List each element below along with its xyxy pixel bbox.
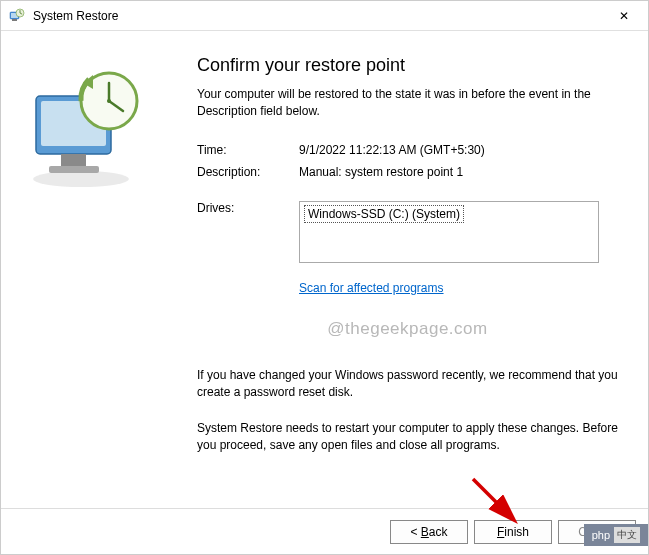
drives-label: Drives: <box>197 201 299 215</box>
watermark-text: @thegeekpage.com <box>197 319 618 339</box>
description-row: Description: Manual: system restore poin… <box>197 165 618 179</box>
page-heading: Confirm your restore point <box>197 55 618 76</box>
close-button[interactable]: ✕ <box>601 2 646 30</box>
titlebar: System Restore ✕ <box>1 1 648 31</box>
drives-row: Drives: Windows-SSD (C:) (System) <box>197 201 618 273</box>
svg-point-13 <box>107 99 111 103</box>
scan-affected-link[interactable]: Scan for affected programs <box>299 281 444 295</box>
sidebar <box>1 31 181 509</box>
svg-rect-8 <box>49 166 99 173</box>
drives-listbox[interactable]: Windows-SSD (C:) (System) <box>299 201 599 263</box>
finish-button[interactable]: Finish <box>474 520 552 544</box>
restart-note: System Restore needs to restart your com… <box>197 420 618 455</box>
restore-illustration <box>21 61 151 191</box>
description-label: Description: <box>197 165 299 179</box>
php-watermark-badge: php 中文 <box>584 524 648 546</box>
close-icon: ✕ <box>619 9 629 23</box>
svg-rect-7 <box>61 154 86 166</box>
time-value: 9/1/2022 11:22:13 AM (GMT+5:30) <box>299 143 618 157</box>
main-panel: Confirm your restore point Your computer… <box>181 31 648 509</box>
time-label: Time: <box>197 143 299 157</box>
intro-text: Your computer will be restored to the st… <box>197 86 618 121</box>
content-area: Confirm your restore point Your computer… <box>1 31 648 509</box>
footer-buttons: < Back Finish Cancel <box>1 508 648 554</box>
php-text: php <box>592 529 610 541</box>
drive-item[interactable]: Windows-SSD (C:) (System) <box>304 205 464 223</box>
svg-point-4 <box>33 171 129 187</box>
svg-rect-2 <box>12 19 17 21</box>
window-title: System Restore <box>33 9 601 23</box>
password-note: If you have changed your Windows passwor… <box>197 367 618 402</box>
back-button[interactable]: < Back <box>390 520 468 544</box>
system-restore-icon <box>9 8 25 24</box>
php-sub: 中文 <box>614 527 640 543</box>
description-value: Manual: system restore point 1 <box>299 165 618 179</box>
time-row: Time: 9/1/2022 11:22:13 AM (GMT+5:30) <box>197 143 618 157</box>
